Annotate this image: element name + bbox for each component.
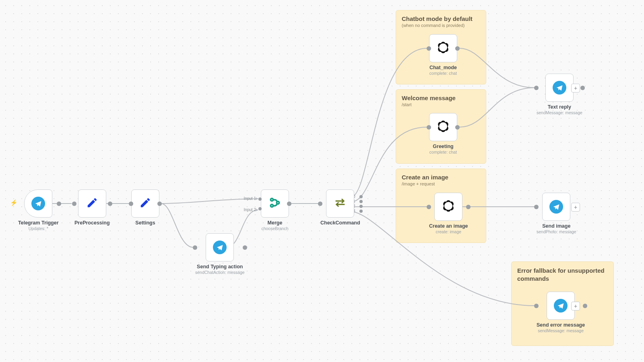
telegram-icon <box>213 241 227 254</box>
add-node-button[interactable]: + <box>571 84 580 93</box>
node-sub: complete: chat <box>429 71 457 76</box>
node-merge[interactable]: Merge chooseBranch <box>261 189 289 231</box>
svg-text:Input 2: Input 2 <box>244 208 256 212</box>
node-text-reply[interactable]: + Text reply sendMessage: message <box>537 74 582 115</box>
telegram-icon <box>549 200 563 214</box>
node-sub: complete: chat <box>429 150 457 154</box>
node-sub: create: image <box>436 229 461 234</box>
node-preprocessing[interactable]: PreProcessing <box>74 189 110 226</box>
svg-text:Input 1: Input 1 <box>244 196 256 201</box>
sticky-title: Create an image <box>402 174 480 181</box>
node-title: PreProcessing <box>74 220 110 226</box>
node-sub: sendChatAction: message <box>195 270 245 275</box>
node-title: Greeting <box>433 144 453 149</box>
node-send-image[interactable]: + Send image sendPhoto: message <box>537 193 576 234</box>
sticky-sub: (when no command is provided) <box>402 23 480 28</box>
node-telegram-trigger[interactable]: ⚡ Telegram Trigger Updates: * <box>18 189 59 231</box>
node-title: Create an image <box>429 223 468 229</box>
openai-icon <box>442 199 455 214</box>
sticky-title: Welcome message <box>402 95 480 101</box>
workflow-canvas[interactable]: Chatbot mode by default (when no command… <box>0 0 644 362</box>
node-send-typing[interactable]: Send Typing action sendChatAction: messa… <box>195 233 245 275</box>
svg-point-8 <box>277 202 279 204</box>
sticky-title: Error fallback for unsupported commands <box>517 267 608 282</box>
node-chat-mode[interactable]: Chat_mode complete: chat <box>429 34 457 76</box>
node-sub: chooseBranch <box>261 226 288 231</box>
sticky-title: Chatbot mode by default <box>402 15 480 22</box>
telegram-icon <box>554 299 568 313</box>
sticky-sub: /start <box>402 102 480 107</box>
node-sub: Updates: * <box>29 226 48 231</box>
node-title: Send image <box>542 223 570 229</box>
node-title: Send error message <box>537 322 585 328</box>
node-title: Chat_mode <box>429 65 457 70</box>
svg-point-6 <box>270 198 273 201</box>
telegram-icon <box>553 81 566 95</box>
node-sub: sendMessage: message <box>537 110 582 115</box>
svg-point-7 <box>270 204 273 207</box>
node-title: Send Typing action <box>197 264 243 269</box>
node-settings[interactable]: Settings <box>131 189 159 226</box>
node-title: Settings <box>135 220 155 226</box>
node-greeting[interactable]: Greeting complete: chat <box>429 113 457 154</box>
sticky-sub: /image + request <box>402 181 480 186</box>
node-create-image[interactable]: Create an image create: image <box>429 193 468 234</box>
pencil-icon <box>86 197 98 210</box>
trigger-bolt-icon: ⚡ <box>10 199 18 206</box>
node-send-error[interactable]: + Send error message sendMessage: messag… <box>537 292 585 333</box>
pencil-icon <box>139 197 151 210</box>
add-node-button[interactable]: + <box>571 203 580 212</box>
node-title: CheckCommand <box>320 220 360 226</box>
node-title: Telegram Trigger <box>18 220 59 226</box>
node-check-command[interactable]: CheckCommand <box>320 189 360 226</box>
node-title: Text reply <box>548 104 571 110</box>
switch-icon <box>333 196 347 211</box>
openai-icon <box>436 119 450 135</box>
telegram-icon <box>31 197 45 210</box>
merge-icon <box>269 197 281 210</box>
node-sub: sendPhoto: message <box>537 229 576 234</box>
add-node-button[interactable]: + <box>571 302 580 311</box>
node-sub: sendMessage: message <box>538 328 584 333</box>
node-title: Merge <box>268 220 283 226</box>
openai-icon <box>436 41 450 56</box>
